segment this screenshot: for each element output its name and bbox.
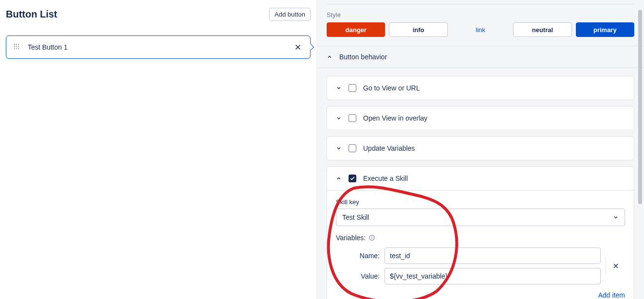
behavior-card-header[interactable]: Open View in overlay [327, 106, 634, 130]
checkbox-update-vars[interactable] [349, 144, 356, 152]
behavior-card-header[interactable]: Go to View or URL [327, 76, 634, 100]
right-panel: Style danger info link neutral primary B… [316, 0, 644, 299]
card-title-overlay: Open View in overlay [363, 114, 427, 122]
drag-handle-icon[interactable] [14, 44, 21, 51]
card-title-goto: Go to View or URL [363, 84, 420, 92]
behavior-card-update-vars: Update Variables [327, 136, 634, 160]
variables-label: Variables: [336, 234, 366, 242]
page-title: Button List [6, 9, 57, 20]
style-option-info[interactable]: info [389, 22, 447, 37]
behavior-card-header[interactable]: Update Variables [327, 137, 634, 160]
variable-name-label: Name: [336, 252, 380, 260]
card-title-execute: Execute a Skill [363, 175, 408, 182]
style-option-link[interactable]: link [452, 22, 509, 37]
add-item-link-wrap: Add item [336, 291, 625, 299]
variable-value-label: Value: [336, 272, 380, 280]
info-icon[interactable] [368, 234, 375, 241]
chevron-up-icon [327, 54, 332, 60]
behavior-section-header[interactable]: Button behavior [317, 46, 644, 68]
skill-key-select[interactable]: Test Skill [336, 209, 625, 226]
chevron-down-icon [336, 85, 342, 91]
behavior-card-header[interactable]: Execute a Skill [327, 167, 634, 190]
variables-header: Variables: [336, 234, 625, 242]
chevron-down-icon [336, 115, 342, 121]
style-option-primary[interactable]: primary [576, 22, 634, 37]
behavior-card-overlay: Open View in overlay [327, 106, 634, 130]
behavior-card-goto: Go to View or URL [327, 76, 634, 100]
skill-key-label: Skill key [336, 198, 625, 206]
chevron-up-icon [336, 176, 342, 181]
card-title-update-vars: Update Variables [363, 144, 415, 152]
style-option-danger[interactable]: danger [327, 22, 385, 37]
left-panel: Button List Add button Test Button 1 [0, 0, 316, 299]
scrollbar-thumb[interactable] [638, 10, 642, 204]
variable-value-input[interactable] [385, 268, 601, 284]
button-list-item-label: Test Button 1 [28, 43, 294, 51]
style-option-neutral[interactable]: neutral [513, 22, 571, 37]
checkbox-goto[interactable] [349, 84, 356, 92]
variable-row: Name: Value: [336, 247, 625, 284]
behavior-body: Go to View or URL Open View in overlay U… [317, 68, 644, 299]
skill-key-value: Test Skill [342, 213, 369, 221]
checkbox-execute[interactable] [349, 175, 356, 182]
left-header: Button List Add button [6, 8, 311, 21]
svg-point-2 [372, 236, 372, 237]
add-item-link[interactable]: Add item [598, 291, 625, 299]
close-icon[interactable] [294, 43, 302, 52]
style-section: Style danger info link neutral primary [317, 4, 644, 46]
delete-variable-button[interactable] [606, 258, 625, 274]
add-button[interactable]: Add button [269, 8, 311, 21]
chevron-down-icon [336, 145, 342, 151]
execute-body: Skill key Test Skill Variables: Name: Va… [327, 190, 634, 299]
style-row: danger info link neutral primary [327, 22, 634, 37]
behavior-card-execute: Execute a Skill Skill key Test Skill Var… [327, 166, 634, 299]
style-label: Style [327, 11, 634, 18]
checkbox-overlay[interactable] [349, 114, 356, 122]
scrollbar-track [638, 0, 642, 299]
button-list-item[interactable]: Test Button 1 [6, 35, 311, 59]
chevron-down-icon [613, 214, 619, 220]
variable-name-input[interactable] [385, 247, 601, 264]
behavior-section-title: Button behavior [339, 53, 387, 61]
